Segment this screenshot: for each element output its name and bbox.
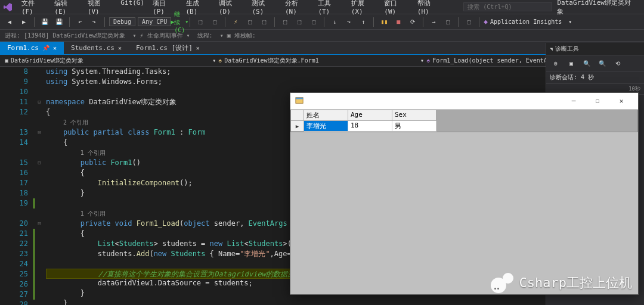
diag-session: 诊断会话: 4 秒 — [546, 71, 644, 84]
tb-icon[interactable]: ⬚ — [293, 16, 305, 28]
datagridview[interactable]: 姓名AgeSex▶李增光18男 — [290, 110, 638, 132]
undo-icon[interactable]: ↶ — [74, 16, 86, 28]
debug-process-bar: 进程: [13948] DataGridView绑定类对象 ▾ ⚡ 生命周期事件… — [0, 30, 644, 42]
save-all-icon[interactable]: 💾 — [53, 16, 65, 28]
vs-logo-icon — [2, 2, 13, 13]
search-input[interactable] — [463, 2, 552, 11]
continue-button[interactable]: ▶ 继续(C) ▾ — [174, 16, 185, 28]
diag-toolbar: ⚙ ▣ 🔍 🔍 ⟲ — [546, 55, 644, 71]
solution-name: DataGridView绑定类对象 — [552, 0, 642, 17]
dgv-column-header[interactable]: Sex — [392, 110, 436, 121]
tb-icon[interactable]: ⬚ — [194, 16, 206, 28]
camera-icon[interactable]: ▣ — [565, 57, 577, 69]
tb-icon[interactable]: ⚡ — [230, 16, 242, 28]
menu-item[interactable]: 扩展(X) — [348, 0, 379, 17]
dgv-cell[interactable]: 男 — [392, 121, 436, 132]
watermark: Csharp工控上位机 — [491, 273, 632, 293]
menu-item[interactable]: 文件(F) — [18, 0, 49, 17]
zoom-in-icon[interactable]: 🔍 — [581, 57, 593, 69]
process-label: 进程: [13948] DataGridView绑定类对象 — [5, 32, 125, 40]
document-tab[interactable]: Form1.cs [设计] ✕ — [129, 42, 207, 54]
tb-icon[interactable]: → — [428, 16, 439, 28]
form-icon — [295, 97, 305, 106]
menu-item[interactable]: 窗口(W) — [380, 0, 412, 17]
dgv-column-header[interactable]: 姓名 — [304, 110, 348, 121]
document-tab[interactable]: Students.cs ✕ — [64, 42, 129, 54]
dgv-cell[interactable]: 18 — [348, 121, 392, 132]
zoom-out-icon[interactable]: 🔍 — [596, 57, 608, 69]
close-icon[interactable]: ✕ — [118, 45, 122, 51]
continue-label: 继续(C) — [174, 10, 185, 33]
tb-icon[interactable]: ⬚ — [308, 16, 320, 28]
maximize-button[interactable]: ☐ — [586, 94, 609, 109]
wechat-icon — [491, 273, 515, 293]
close-icon[interactable]: ✕ — [53, 45, 57, 51]
reset-icon[interactable]: ⟲ — [612, 57, 624, 69]
main-menu: 文件(F)编辑(E)视图(V)Git(G)项目(P)生成(B)调试(D)测试(S… — [18, 0, 445, 17]
thread-label: 线程: — [197, 32, 213, 40]
tb-icon[interactable]: ⬚ — [442, 16, 454, 28]
form-titlebar[interactable]: ─ ☐ ✕ — [290, 93, 638, 110]
save-icon[interactable]: 💾 — [39, 16, 51, 28]
close-icon[interactable]: ✕ — [196, 45, 200, 51]
dgv-cell[interactable]: 李增光 — [304, 121, 348, 132]
document-tab[interactable]: Form1.cs 📌 ✕ — [0, 42, 64, 54]
menu-item[interactable]: 分析(N) — [281, 0, 313, 17]
step-out-icon[interactable]: ↑ — [357, 16, 369, 28]
nav-back-icon[interactable]: ◀ — [4, 16, 16, 28]
pause-icon[interactable]: ▮▮ — [378, 16, 390, 28]
pin-icon[interactable]: 📌 — [42, 45, 49, 51]
svg-rect-1 — [296, 97, 303, 99]
menu-item[interactable]: 生成(B) — [182, 0, 214, 17]
dropdown-icon[interactable]: ▾ — [564, 16, 576, 28]
gear-icon[interactable]: ⚙ — [550, 57, 562, 69]
step-over-icon[interactable]: ↷ — [343, 16, 355, 28]
nav-fwd-icon[interactable]: ▶ — [18, 16, 30, 28]
menu-item[interactable]: 视图(V) — [84, 0, 116, 17]
watermark-text: Csharp工控上位机 — [519, 274, 632, 292]
menu-item[interactable]: 调试(D) — [215, 0, 247, 17]
app-insights[interactable]: Application Insights — [490, 18, 562, 25]
dgv-row-header[interactable]: ▶ — [291, 121, 304, 132]
step-into-icon[interactable]: ↓ — [329, 16, 340, 28]
tb-icon[interactable]: ⬚ — [258, 16, 270, 28]
menu-item[interactable]: Git(G) — [117, 0, 148, 17]
minimize-button[interactable]: ─ — [562, 94, 586, 109]
diag-title: ◥诊断工具 — [546, 43, 644, 55]
redo-icon[interactable]: ↷ — [88, 16, 100, 28]
menu-item[interactable]: 帮助(H) — [414, 0, 445, 17]
window-controls: ─ ☐ ✕ — [562, 94, 633, 109]
bc-class[interactable]: ▾ ⬘ DataGridView绑定类对象.Form1 — [208, 55, 416, 66]
tb-icon[interactable]: ⬚ — [209, 16, 221, 28]
config-dropdown[interactable]: Debug — [109, 17, 135, 26]
title-bar: 文件(F)编辑(E)视图(V)Git(G)项目(P)生成(B)调试(D)测试(S… — [0, 0, 644, 14]
close-button[interactable]: ✕ — [609, 94, 633, 109]
menu-item[interactable]: 工具(T) — [314, 0, 346, 17]
main-toolbar: ◀ ▶ 💾 💾 ↶ ↷ Debug Any CPU ▶ 继续(C) ▾ ⬚ ⬚ … — [0, 14, 644, 30]
menu-item[interactable]: 编辑(E) — [51, 0, 82, 17]
stop-icon[interactable]: ■ — [392, 16, 404, 28]
stackframe-label: ▾ ▣ 堆栈帧: — [220, 32, 256, 40]
restart-icon[interactable]: ⟳ — [407, 16, 419, 28]
lifecycle-label: ▾ ⚡ 生命周期事件 ▾ — [132, 32, 190, 40]
tb-icon[interactable]: ⬚ — [463, 16, 475, 28]
platform-dropdown[interactable]: Any CPU — [138, 17, 171, 26]
dgv-corner[interactable] — [291, 110, 304, 121]
dgv-column-header[interactable]: Age — [348, 110, 392, 121]
running-form-window[interactable]: ─ ☐ ✕ 姓名AgeSex▶李增光18男 — [290, 92, 639, 295]
tb-icon[interactable]: ⬚ — [244, 16, 256, 28]
menu-item[interactable]: 测试(S) — [248, 0, 280, 17]
bc-project[interactable]: ▣ DataGridView绑定类对象 — [0, 55, 88, 66]
tb-icon[interactable]: ⬚ — [279, 16, 291, 28]
form-body: 姓名AgeSex▶李增光18男 — [290, 110, 638, 294]
